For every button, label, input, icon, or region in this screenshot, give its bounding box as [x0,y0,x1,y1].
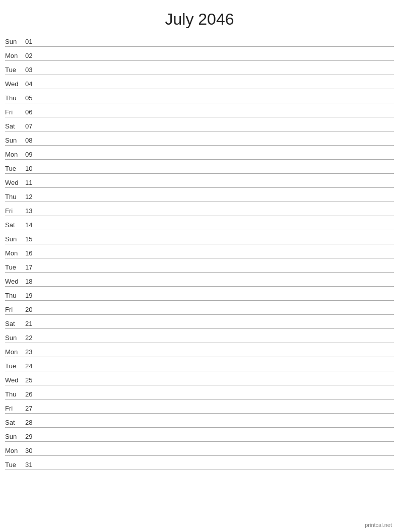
day-number: 31 [25,461,39,469]
page: July 2046 Sun01Mon02Tue03Wed04Thu05Fri06… [0,0,399,532]
calendar-row: Fri13 [5,202,394,216]
day-number: 20 [25,306,39,313]
calendar-row: Mon16 [5,244,394,258]
day-name: Tue [5,263,25,271]
day-name: Wed [5,179,25,186]
day-name: Sat [5,221,25,229]
calendar-row: Tue24 [5,357,394,371]
calendar-row: Thu05 [5,89,394,103]
day-name: Thu [5,390,25,398]
calendar-row: Sun22 [5,329,394,343]
day-number: 04 [25,80,39,88]
calendar-row: Wed25 [5,371,394,385]
calendar-row: Sun15 [5,230,394,244]
day-name: Mon [5,348,25,356]
day-name: Tue [5,165,25,172]
calendar-row: Mon02 [5,47,394,61]
day-number: 16 [25,249,39,257]
calendar-row: Sat28 [5,414,394,428]
calendar-row: Sun29 [5,428,394,442]
calendar-row: Wed11 [5,174,394,188]
day-name: Fri [5,405,25,412]
day-name: Fri [5,207,25,215]
day-name: Wed [5,376,25,384]
day-name: Mon [5,447,25,454]
calendar-row: Sun08 [5,131,394,146]
day-number: 25 [25,376,39,384]
day-name: Thu [5,292,25,299]
day-number: 07 [25,122,39,130]
calendar-row: Wed18 [5,273,394,287]
day-name: Thu [5,193,25,201]
day-name: Sat [5,419,25,426]
day-name: Sat [5,320,25,327]
calendar-row: Tue31 [5,456,394,470]
day-number: 12 [25,193,39,201]
day-number: 26 [25,390,39,398]
calendar-row: Sat14 [5,216,394,230]
day-number: 01 [25,38,39,45]
calendar-row: Thu26 [5,385,394,400]
day-name: Sat [5,122,25,130]
calendar-row: Sun01 [5,33,394,47]
day-number: 03 [25,66,39,74]
day-number: 29 [25,433,39,440]
day-number: 09 [25,151,39,158]
day-number: 30 [25,447,39,454]
calendar: Sun01Mon02Tue03Wed04Thu05Fri06Sat07Sun08… [5,33,394,470]
footer-text: printcal.net [365,522,392,528]
day-number: 22 [25,334,39,342]
day-number: 13 [25,207,39,215]
day-name: Wed [5,80,25,88]
day-number: 11 [25,179,39,186]
day-number: 23 [25,348,39,356]
calendar-row: Mon09 [5,146,394,160]
calendar-row: Thu19 [5,287,394,301]
day-name: Sun [5,38,25,45]
day-number: 21 [25,320,39,327]
day-number: 17 [25,263,39,271]
calendar-row: Wed04 [5,75,394,89]
day-number: 08 [25,137,39,144]
day-name: Fri [5,108,25,116]
day-name: Mon [5,249,25,257]
day-name: Wed [5,278,25,285]
day-number: 24 [25,362,39,370]
day-number: 14 [25,221,39,229]
day-number: 10 [25,165,39,172]
day-name: Thu [5,94,25,102]
calendar-row: Tue03 [5,61,394,75]
calendar-row: Sat21 [5,315,394,329]
day-number: 19 [25,292,39,299]
day-number: 02 [25,52,39,59]
day-name: Tue [5,362,25,370]
day-number: 05 [25,94,39,102]
day-number: 28 [25,419,39,426]
calendar-row: Tue17 [5,258,394,273]
day-number: 06 [25,108,39,116]
day-name: Fri [5,306,25,313]
calendar-row: Mon23 [5,343,394,357]
day-number: 18 [25,278,39,285]
day-name: Mon [5,52,25,59]
day-name: Sun [5,433,25,440]
day-name: Mon [5,151,25,158]
calendar-row: Fri27 [5,400,394,414]
day-name: Sun [5,235,25,243]
day-name: Tue [5,461,25,469]
calendar-row: Fri06 [5,103,394,117]
calendar-row: Thu12 [5,188,394,202]
page-title: July 2046 [5,5,394,33]
day-name: Sun [5,334,25,342]
calendar-row: Sat07 [5,117,394,131]
calendar-row: Mon30 [5,442,394,456]
calendar-row: Tue10 [5,160,394,174]
calendar-row: Fri20 [5,301,394,315]
day-number: 27 [25,405,39,412]
day-number: 15 [25,235,39,243]
day-name: Sun [5,137,25,144]
day-name: Tue [5,66,25,74]
